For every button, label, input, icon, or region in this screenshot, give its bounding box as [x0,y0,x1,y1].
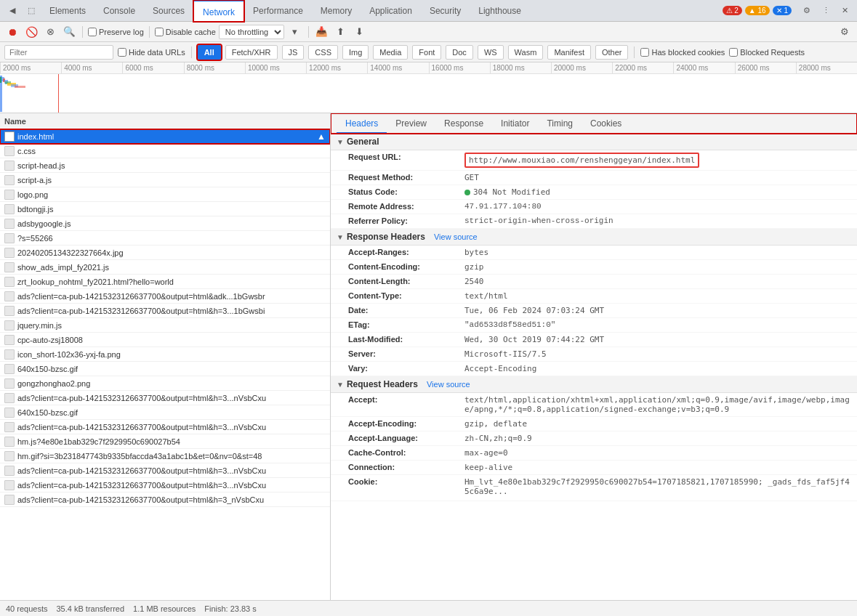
blocked-requests-label: Blocked Requests [729,48,805,57]
transferred-size: 35.4 kB transferred [56,604,124,613]
error-badge: ⚠ 2 [723,6,742,15]
content-length-value: 2540 [464,277,484,286]
file-item-15[interactable]: icon_short-102x36-yxj-fa.png [0,347,330,362]
finish-time: Finish: 23.83 s [204,604,257,613]
filter-js-btn[interactable]: JS [282,45,305,60]
file-item-19[interactable]: 640x150-bzsc.gif [0,405,330,420]
toolbar-sep-1 [82,26,83,38]
connection-row: Connection: keep-alive [331,461,857,475]
filter-fetch-xhr-btn[interactable]: Fetch/XHR [225,45,278,60]
file-name-3: script-a.js [17,176,326,185]
tab-application[interactable]: Application [361,0,421,22]
file-item-8[interactable]: 20240205134322327664x.jpg [0,246,330,260]
filter-ws-btn[interactable]: WS [478,45,504,60]
file-item-5[interactable]: bdtongji.js [0,202,330,216]
file-item-6[interactable]: adsbygoogle.js [0,216,330,231]
tab-timing[interactable]: Timing [538,113,582,134]
content-encoding-key: Content-Encoding: [348,262,464,272]
disable-cache-checkbox[interactable] [155,28,164,36]
tab-network[interactable]: Network [193,0,244,22]
response-headers-view-source[interactable]: View source [434,232,478,241]
devtools-back-icon[interactable]: ◀ [3,1,22,20]
filter-other-btn[interactable]: Other [595,45,629,60]
response-headers-section-header[interactable]: ▼ Response Headers View source [331,229,857,246]
file-item-12[interactable]: ads?client=ca-pub-14215323126637700&outp… [0,304,330,318]
file-icon-9 [4,262,15,272]
file-item-10[interactable]: zrt_lookup_nohtml_fy2021.html?hello=worl… [0,275,330,289]
tab-lighthouse[interactable]: Lighthouse [470,0,530,22]
tab-preview[interactable]: Preview [387,113,435,134]
file-item-11[interactable]: ads?client=ca-pub-14215323126637700&outp… [0,289,330,304]
tab-security[interactable]: Security [421,0,470,22]
file-item-9[interactable]: show_ads_impl_fy2021.js [0,260,330,275]
tab-elements[interactable]: Elements [41,0,94,22]
throttle-dropdown-icon[interactable]: ▾ [287,24,303,40]
hide-data-url-checkbox[interactable] [118,48,126,57]
tab-headers[interactable]: Headers [337,113,387,134]
file-item-0[interactable]: index.html ▲ [0,129,330,144]
mark-5: 12000 ms [306,62,367,73]
tab-response[interactable]: Response [435,113,492,134]
filter-toggle-btn[interactable]: ⊗ [42,24,58,40]
devtools-inspect-icon[interactable]: ⬚ [22,1,41,20]
filter-font-btn[interactable]: Font [412,45,441,60]
preserve-log-checkbox[interactable] [88,28,97,36]
file-item-1[interactable]: c.css [0,144,330,158]
cache-control-value: max-age=0 [464,448,508,458]
toolbar-sep-3 [308,26,309,38]
import-icon[interactable]: 📥 [314,24,330,40]
close-icon[interactable]: ✕ [835,1,854,20]
tab-sources[interactable]: Sources [144,0,193,22]
filter-wasm-btn[interactable]: Wasm [508,45,544,60]
general-toggle-icon: ▼ [337,138,344,146]
request-headers-view-source[interactable]: View source [427,380,470,389]
throttle-select[interactable]: No throttling [219,25,284,39]
file-item-4[interactable]: logo.png [0,187,330,202]
file-item-2[interactable]: script-head.js [0,158,330,173]
download-icon[interactable]: ⬇ [352,24,368,40]
blocked-cookies-checkbox[interactable] [640,48,649,57]
request-headers-section-header[interactable]: ▼ Request Headers View source [331,376,857,393]
file-icon-14 [4,335,15,345]
file-item-20[interactable]: ads?client=ca-pub-14215323126637700&outp… [0,420,330,434]
more-options-icon[interactable]: ⋮ [816,1,835,20]
file-item-23[interactable]: ads?client=ca-pub-14215323126637700&outp… [0,463,330,478]
tab-initiator[interactable]: Initiator [492,113,538,134]
tab-cookies[interactable]: Cookies [582,113,630,134]
file-item-17[interactable]: gongzhonghao2.png [0,376,330,391]
devtools-badge-area: ⚠ 2 ▲ 16 ✕ 1 [717,6,798,15]
clear-btn[interactable]: 🚫 [23,24,39,40]
file-item-25[interactable]: ads?client=ca-pub-14215323126637700&outp… [0,493,330,507]
file-item-7[interactable]: ?s=55266 [0,231,330,246]
settings-icon[interactable]: ⚙ [797,1,816,20]
file-item-24[interactable]: ads?client=ca-pub-14215323126637700&outp… [0,478,330,493]
date-key: Date: [348,306,464,315]
tab-console[interactable]: Console [94,0,144,22]
filter-media-btn[interactable]: Media [373,45,408,60]
record-stop-btn[interactable]: ⏺ [4,24,20,40]
file-item-3[interactable]: script-a.js [0,173,330,187]
file-item-22[interactable]: hm.gif?si=3b231847743b9335bfaccda43a1abc… [0,449,330,463]
filter-all-btn[interactable]: All [198,45,221,60]
filter-doc-btn[interactable]: Doc [446,45,473,60]
file-name-24: ads?client=ca-pub-14215323126637700&outp… [17,481,326,490]
blocked-requests-checkbox[interactable] [729,48,738,57]
file-item-14[interactable]: cpc-auto-zsj18008 [0,333,330,347]
file-item-21[interactable]: hm.js?4e80e1bab329c7f2929950c690027b54 [0,434,330,449]
tab-performance[interactable]: Performance [244,0,312,22]
file-item-13[interactable]: jquery.min.js [0,318,330,333]
file-item-16[interactable]: 640x150-bzsc.gif [0,362,330,376]
filter-img-btn[interactable]: Img [342,45,369,60]
file-name-4: logo.png [17,190,326,199]
mark-2: 6000 ms [122,62,183,73]
file-item-18[interactable]: ads?client=ca-pub-14215323126637700&outp… [0,391,330,405]
filter-manifest-btn[interactable]: Manifest [547,45,591,60]
filter-css-btn[interactable]: CSS [308,45,338,60]
tab-memory[interactable]: Memory [312,0,361,22]
filter-input[interactable] [4,45,113,60]
toolbar-settings-icon[interactable]: ⚙ [837,24,853,40]
general-section-header[interactable]: ▼ General [331,134,857,150]
export-icon[interactable]: ⬆ [333,24,349,40]
search-btn[interactable]: 🔍 [61,24,77,40]
file-icon-23 [4,466,15,476]
